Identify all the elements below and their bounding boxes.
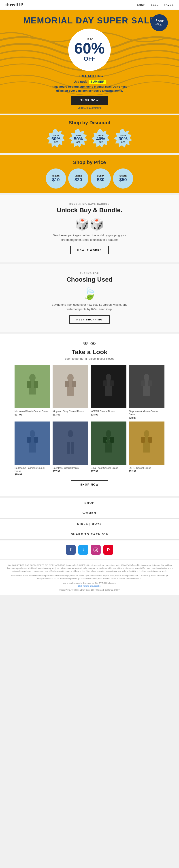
twitter-icon[interactable]: t [78, 545, 88, 555]
discount-badge-0[interactable]: SHOP 60% OFF [46, 129, 66, 149]
product-price-0: $27.99 [15, 413, 50, 416]
pinterest-icon[interactable]: P [103, 545, 113, 555]
footer-nav-share[interactable]: SHARE TO EARN $10 [0, 529, 179, 539]
badge-off-1: OFF [76, 141, 80, 143]
product-card-5[interactable]: Earl/Jcss/ Casual Pants $37.99 [53, 422, 88, 476]
facebook-icon[interactable]: f [66, 545, 76, 555]
price-under-1: UNDER [75, 175, 82, 177]
discount-badges: SHOP 60% OFF SHOP 50% OFF SHOP 40% OFF S… [4, 129, 175, 149]
price-badge-2[interactable]: UNDER $30 [91, 168, 111, 189]
footer-nav-women[interactable]: WOMEN [0, 508, 179, 519]
product-card-6[interactable]: Gina Tricot Casual Dress $67.99 [91, 422, 126, 476]
unsubscribe-link[interactable]: Click here to unsubscribe. [78, 585, 101, 587]
dice-icon: 🎲🎲 [9, 217, 170, 231]
product-img-1 [53, 365, 88, 408]
hero-shop-btn[interactable]: SHOP NOW [71, 96, 108, 105]
price-under-0: UNDER [52, 175, 59, 177]
fine-print-text1: *VALID ONLY FOR ONE ACCOUNT PER DELIVERY… [5, 564, 174, 573]
fine-print-text3: You are subscribed to this email as DLY … [5, 582, 174, 585]
svg-point-20 [68, 430, 73, 437]
product-card-4[interactable]: Belleseme Fashions Casual Dress $29.99 [15, 422, 50, 476]
product-price-2: $28.99 [91, 413, 126, 416]
svg-rect-6 [65, 381, 69, 388]
product-card-0[interactable]: Mountain Khakis Casual Dress $27.99 [15, 365, 50, 419]
code-value: SUMMER [89, 80, 105, 84]
price-under-2: UNDER [97, 175, 104, 177]
product-price-4: $29.99 [15, 473, 50, 476]
badge-off-3: OFF [121, 141, 125, 143]
hero-desc: Final hours to shop summer's biggest sal… [51, 85, 128, 93]
product-price-5: $37.99 [53, 470, 88, 473]
product-name-0: Mountain Khakis Casual Dress [15, 410, 50, 413]
discount-badge-1[interactable]: SHOP 50% OFF [68, 129, 88, 149]
product-card-2[interactable]: XCEER Casual Dress $28.99 [91, 365, 126, 419]
svg-rect-19 [34, 437, 38, 443]
footer-nav-girls-boys[interactable]: GIRLS | BOYS [0, 519, 179, 529]
header: thredUP SHOP SELL FAVES [0, 0, 179, 10]
price-badge-0[interactable]: UNDER $10 [46, 168, 66, 189]
fine-print-unsubscribe[interactable]: Click here to unsubscribe. [5, 585, 174, 588]
hero-percent: 60% [74, 41, 105, 56]
svg-rect-2 [27, 381, 31, 388]
product-card-7[interactable]: EG IQ Casual Dress $32.99 [129, 422, 164, 476]
product-img-7 [129, 422, 164, 465]
svg-point-30 [108, 443, 108, 443]
nav-shop[interactable]: SHOP [137, 3, 146, 6]
price-badge-3[interactable]: UNDER $50 [113, 168, 133, 189]
discount-badge-3[interactable]: SHOP 30% OFF [113, 129, 133, 149]
discount-badge-2[interactable]: SHOP 40% OFF [91, 129, 111, 149]
product-price-1: $13.49 [53, 413, 88, 416]
discount-title: Shop by Discount [4, 120, 175, 126]
hero-banner: LAST DAY! MEMORIAL DAY SUPER SALE UP TO … [0, 10, 179, 114]
svg-rect-11 [110, 380, 114, 386]
footer-nav-label-share: SHARE TO EARN $10 [71, 533, 108, 536]
product-name-5: Earl/Jcss/ Casual Pants [53, 466, 88, 469]
product-card-1[interactable]: Kingston Grey Casual Dress $13.49 [53, 365, 88, 419]
svg-rect-18 [27, 437, 31, 443]
social-icons-row: f t P [4, 545, 175, 555]
social-section: f t P [0, 540, 179, 559]
svg-rect-26 [103, 437, 107, 443]
keep-shopping-btn[interactable]: KEEP SHOPPING [69, 315, 110, 324]
footer-nav: SHOP WOMEN GIRLS | BOYS SHARE TO EARN $1… [0, 498, 179, 539]
price-title: Shop by Price [4, 159, 175, 165]
hero-ends: Ends 5/30, 11:59pm PT [4, 107, 175, 109]
price-badge-1[interactable]: UNDER $20 [68, 168, 88, 189]
fine-print-address: thredUP Inc. • 969 Broadway Suite 200 • … [5, 589, 174, 592]
svg-rect-35 [94, 548, 98, 552]
product-img-3 [129, 365, 164, 408]
footer-nav-shop[interactable]: SHOP [0, 498, 179, 508]
hero-off-text: OFF [84, 56, 95, 62]
svg-point-24 [106, 430, 111, 437]
price-amount-1: $20 [75, 177, 82, 182]
product-name-3: Stephanie Andrews Casual Dress [129, 410, 164, 416]
look-shop-btn[interactable]: SHOP NOW [71, 480, 108, 489]
svg-point-36 [95, 549, 97, 551]
svg-point-37 [97, 549, 97, 549]
nav-sell[interactable]: SELL [151, 3, 159, 6]
header-nav: SHOP SELL FAVES [137, 3, 174, 6]
price-under-3: UNDER [120, 175, 127, 177]
nav-faves[interactable]: FAVES [164, 3, 174, 6]
svg-rect-7 [72, 381, 76, 388]
product-card-3[interactable]: Stephanie Andrews Casual Dress $79.99 [129, 365, 164, 419]
how-it-works-btn[interactable]: HOW IT WORKS [70, 246, 109, 254]
price-amount-0: $10 [52, 177, 59, 182]
badge-off-2: OFF [99, 141, 103, 143]
shop-by-price: Shop by Price UNDER $10 UNDER $20 UNDER … [0, 155, 179, 193]
used-subtitle: THANKS FOR [9, 272, 170, 275]
look-subtitle: Soon to be the "It" piece in your closet… [4, 357, 175, 360]
price-amount-2: $30 [97, 177, 104, 182]
svg-rect-10 [103, 380, 107, 386]
products-grid: Mountain Khakis Casual Dress $27.99 King… [4, 365, 175, 476]
product-img-0 [15, 365, 50, 408]
product-img-2 [91, 365, 126, 408]
logo[interactable]: thredUP [5, 2, 23, 7]
product-name-1: Kingston Grey Casual Dress [53, 410, 88, 413]
footer-nav-label-girls: GIRLS | BOYS [77, 522, 102, 526]
instagram-icon[interactable] [91, 545, 101, 555]
product-name-4: Belleseme Fashions Casual Dress [15, 466, 50, 473]
footer-nav-label-women: WOMEN [82, 512, 96, 515]
badge-percent-2: 40% [96, 136, 105, 141]
take-a-look-section: 👁 👁 Take a Look Soon to be the "It" piec… [0, 334, 179, 496]
